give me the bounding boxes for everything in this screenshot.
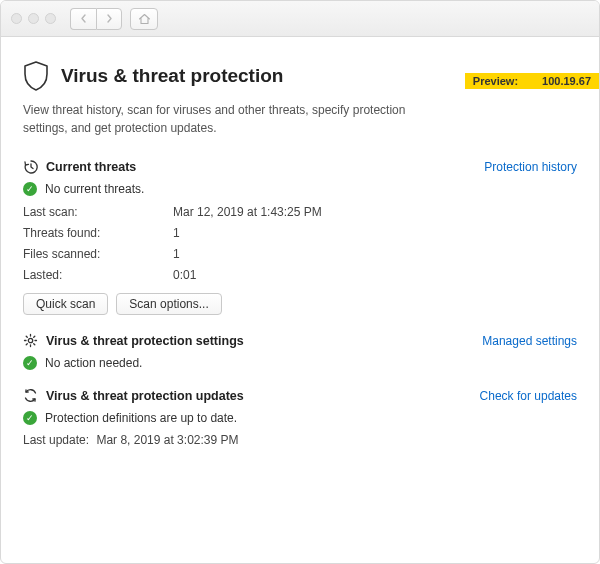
home-icon — [138, 13, 151, 25]
back-button[interactable] — [70, 8, 96, 30]
section-protection-updates: Virus & threat protection updates Check … — [23, 388, 577, 447]
last-scan-label: Last scan: — [23, 204, 173, 220]
window-toolbar — [1, 1, 599, 37]
preview-version: 100.19.67 — [542, 75, 591, 87]
lasted-label: Lasted: — [23, 267, 173, 283]
section-header: Virus & threat protection settings Manag… — [23, 333, 577, 348]
shield-icon — [23, 61, 49, 91]
files-scanned-value: 1 — [173, 246, 577, 262]
preview-banner: Preview: 100.19.67 — [465, 73, 599, 89]
quick-scan-button[interactable]: Quick scan — [23, 293, 108, 315]
section-current-threats: Current threats Protection history ✓ No … — [23, 159, 577, 315]
chevron-right-icon — [106, 14, 113, 23]
check-ok-icon: ✓ — [23, 182, 37, 196]
last-update-value: Mar 8, 2019 at 3:02:39 PM — [96, 433, 238, 447]
nav-buttons — [70, 8, 122, 30]
refresh-icon — [23, 388, 38, 403]
last-scan-value: Mar 12, 2019 at 1:43:25 PM — [173, 204, 577, 220]
settings-status-row: ✓ No action needed. — [23, 356, 577, 370]
check-ok-icon: ✓ — [23, 411, 37, 425]
threats-status-row: ✓ No current threats. — [23, 182, 577, 196]
last-update-label: Last update: — [23, 433, 89, 447]
history-icon — [23, 159, 38, 174]
chevron-left-icon — [80, 14, 87, 23]
window: Preview: 100.19.67 Virus & threat protec… — [0, 0, 600, 564]
updates-status-text: Protection definitions are up to date. — [45, 411, 237, 425]
threats-status-text: No current threats. — [45, 182, 144, 196]
check-updates-link[interactable]: Check for updates — [480, 389, 577, 403]
content-area: Preview: 100.19.67 Virus & threat protec… — [1, 37, 599, 563]
section-title: Virus & threat protection updates — [46, 389, 244, 403]
scan-options-button[interactable]: Scan options... — [116, 293, 221, 315]
updates-status-row: ✓ Protection definitions are up to date. — [23, 411, 577, 425]
scan-buttons: Quick scan Scan options... — [23, 293, 577, 315]
section-title: Virus & threat protection settings — [46, 334, 244, 348]
last-update-row: Last update: Mar 8, 2019 at 3:02:39 PM — [23, 433, 577, 447]
gear-icon — [23, 333, 38, 348]
threats-found-value: 1 — [173, 225, 577, 241]
files-scanned-label: Files scanned: — [23, 246, 173, 262]
section-header: Current threats Protection history — [23, 159, 577, 174]
settings-status-text: No action needed. — [45, 356, 142, 370]
scan-details: Last scan: Mar 12, 2019 at 1:43:25 PM Th… — [23, 204, 577, 283]
page-description: View threat history, scan for viruses an… — [23, 101, 453, 137]
traffic-lights — [11, 13, 56, 24]
lasted-value: 0:01 — [173, 267, 577, 283]
minimize-dot[interactable] — [28, 13, 39, 24]
threats-found-label: Threats found: — [23, 225, 173, 241]
section-title: Current threats — [46, 160, 136, 174]
managed-settings-link[interactable]: Managed settings — [482, 334, 577, 348]
section-protection-settings: Virus & threat protection settings Manag… — [23, 333, 577, 370]
zoom-dot[interactable] — [45, 13, 56, 24]
section-header: Virus & threat protection updates Check … — [23, 388, 577, 403]
check-ok-icon: ✓ — [23, 356, 37, 370]
protection-history-link[interactable]: Protection history — [484, 160, 577, 174]
home-button[interactable] — [130, 8, 158, 30]
close-dot[interactable] — [11, 13, 22, 24]
preview-label: Preview: — [473, 75, 518, 87]
svg-point-0 — [28, 338, 32, 342]
forward-button[interactable] — [96, 8, 122, 30]
page-title: Virus & threat protection — [61, 65, 283, 87]
